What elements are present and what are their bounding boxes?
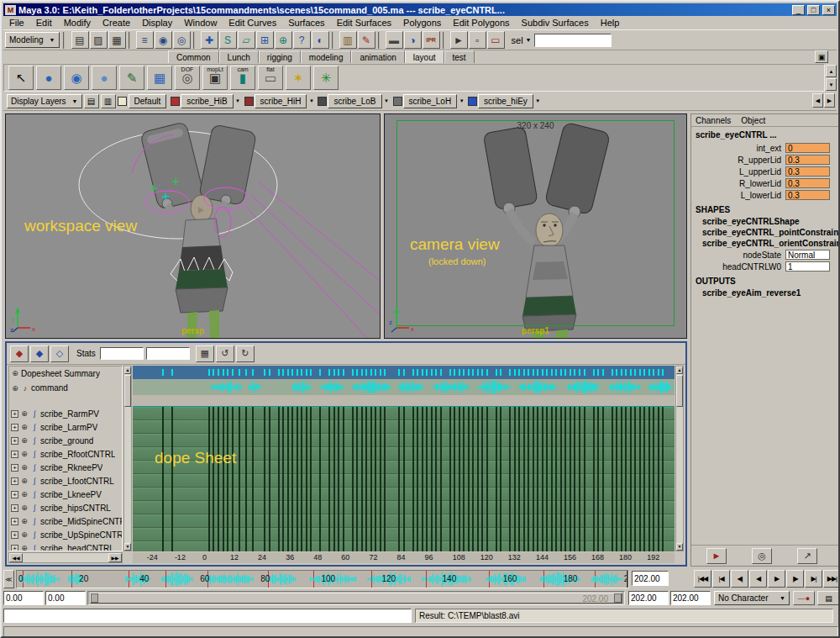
select-by-object-icon[interactable]: ◉ — [155, 31, 172, 49]
current-time-field[interactable] — [632, 571, 669, 586]
keyframe-column[interactable] — [398, 407, 400, 551]
anim-curve-icon[interactable]: ∫ — [30, 544, 39, 551]
expand-box-icon[interactable]: + — [11, 531, 18, 539]
layer-menu-arrow-icon[interactable]: ▼ — [307, 98, 315, 103]
shelf-tab-layout[interactable]: layout — [405, 50, 444, 63]
select-arrow-item[interactable]: ↖ — [8, 66, 34, 90]
step-back-frame-button[interactable]: |◀ — [712, 570, 730, 588]
layer-button-scribe-loh[interactable]: scribe_LoH — [403, 94, 458, 108]
anim-curve-icon[interactable]: ∫ — [30, 530, 39, 539]
dope-move-keys-tool-icon[interactable]: ◆ — [30, 345, 49, 362]
layer-button-scribe-hib[interactable]: scribe_HiB — [181, 94, 233, 108]
keyframe-column[interactable] — [333, 407, 335, 551]
track-command[interactable]: ⊕♪command — [9, 380, 122, 396]
keyframe-column[interactable] — [403, 407, 405, 551]
close-button[interactable]: × — [822, 5, 835, 15]
keyframe-column[interactable] — [440, 407, 442, 551]
menu-edit-polygons[interactable]: Edit Polygons — [447, 17, 515, 29]
track-scribe-upspinecntrl[interactable]: +⊕∫scribe_UpSpineCNTRL — [9, 528, 122, 541]
keyframe-column[interactable] — [338, 407, 339, 551]
menu-display[interactable]: Display — [136, 17, 178, 29]
play-forward-button[interactable]: ▶ — [768, 570, 785, 588]
keyframe-column[interactable] — [431, 407, 433, 551]
keyframe-column[interactable] — [422, 407, 423, 551]
snap-to-grid-icon[interactable]: ✚ — [201, 31, 218, 49]
step-back-key-button[interactable]: ◀| — [731, 570, 748, 588]
dope-sheet-timeline[interactable]: -24-120122436486072849610812013214415616… — [133, 552, 675, 563]
expand-box-icon[interactable]: + — [11, 504, 18, 512]
go-forward-icon[interactable]: ► — [450, 31, 468, 49]
menu-surfaces[interactable]: Surfaces — [282, 17, 330, 29]
keyframe-column[interactable] — [662, 407, 664, 551]
keyframe-column[interactable] — [245, 407, 247, 551]
keyframe-column[interactable] — [227, 407, 228, 551]
expand-icon[interactable]: ⊕ — [11, 369, 19, 377]
keyframe-column[interactable] — [218, 407, 219, 551]
scroll-down-icon[interactable]: ▼ — [676, 543, 683, 551]
scroll-down-icon[interactable]: ▼ — [124, 543, 131, 551]
keyframe-column[interactable] — [269, 407, 270, 551]
step-forward-frame-button[interactable]: ▶| — [805, 570, 822, 588]
timeline-collapse-button[interactable]: ≪ — [3, 570, 14, 588]
layer-button-scribe-hiey[interactable]: scribe_hiEy — [478, 94, 533, 108]
menu-help[interactable]: Help — [595, 17, 626, 29]
canvas-scrollbar[interactable]: ▲ ▼ — [675, 366, 684, 551]
keyframe-column[interactable] — [518, 407, 520, 551]
track-scribe-rarmpv[interactable]: +⊕∫scribe_RarmPV — [9, 407, 122, 420]
track-scribe-lfootcntrl[interactable]: +⊕∫scribe_LfootCNTRL — [9, 474, 122, 488]
keyframe-column[interactable] — [282, 407, 284, 551]
select-by-hierarchy-icon[interactable]: ≡ — [136, 31, 154, 49]
channel-attr-value[interactable]: 0.3 — [785, 178, 830, 188]
dope-scale-keys-tool-icon[interactable]: ◇ — [50, 345, 69, 362]
channel-shape-node[interactable]: scribe_eyeCNTRL_pointConstraint1 — [691, 227, 839, 238]
blue-spheres-item[interactable]: ◉ — [64, 66, 89, 90]
keyframe-column[interactable] — [602, 407, 604, 551]
expand-box-icon[interactable]: + — [11, 491, 18, 498]
expand-icon[interactable]: ⊕ — [20, 436, 29, 445]
dope-keys-area[interactable] — [133, 406, 675, 551]
channel-shape-node[interactable]: scribe_eyeCNTRL_orientConstraint1 — [691, 238, 839, 249]
menu-edit-surfaces[interactable]: Edit Surfaces — [331, 17, 397, 29]
layers-scroll-right-button[interactable]: ▶ — [824, 93, 835, 108]
keyframe-column[interactable] — [232, 407, 234, 551]
keyframe-column[interactable] — [223, 407, 224, 551]
keyframe-column[interactable] — [287, 407, 289, 551]
chart-item[interactable]: ▦ — [147, 66, 172, 90]
scrollbar-thumb[interactable] — [124, 375, 131, 407]
channel-output-node[interactable]: scribe_eyeAim_reverse1 — [691, 287, 839, 298]
layer-new-icon[interactable]: ▥ — [101, 94, 116, 108]
keyframe-column[interactable] — [213, 407, 214, 551]
display-layers-selector[interactable]: Display Layers ▼ — [7, 94, 82, 108]
expand-icon[interactable]: ⊕ — [20, 544, 29, 551]
moplt-shelf-item[interactable]: ▣mopLt — [202, 66, 228, 90]
animation-preferences-button[interactable]: ▤ — [817, 591, 840, 605]
keyframe-column[interactable] — [365, 407, 367, 551]
channel-speed-slow-icon[interactable]: ► — [706, 548, 727, 564]
dof-shelf-item[interactable]: ◎DOF — [175, 66, 200, 90]
keyframe-column[interactable] — [643, 407, 645, 551]
expand-box-icon[interactable]: + — [11, 451, 18, 458]
shelf-scroll-down-button[interactable]: ▼ — [826, 78, 837, 91]
render-globe-icon[interactable]: ◑ — [404, 31, 422, 49]
keyframe-column[interactable] — [481, 407, 483, 551]
scrollbar-thumb[interactable] — [676, 375, 683, 407]
expand-box-icon[interactable]: + — [11, 545, 18, 552]
playback-start-field[interactable] — [45, 591, 86, 605]
keyframe-column[interactable] — [435, 407, 437, 551]
expand-icon[interactable]: ⊕ — [20, 530, 29, 539]
track-scribe-lkneepv[interactable]: +⊕∫scribe_LkneePV — [9, 488, 122, 501]
keyframe-column[interactable] — [500, 407, 501, 551]
keyframe-column[interactable] — [523, 407, 525, 551]
keyframe-column[interactable] — [343, 407, 344, 551]
layer-color-chip[interactable] — [171, 97, 180, 106]
keyframe-column[interactable] — [463, 407, 465, 551]
keyframe-column[interactable] — [509, 407, 511, 551]
anim-curve-icon[interactable]: ∫ — [30, 423, 39, 431]
audio-icon[interactable]: ♪ — [21, 384, 29, 393]
keyframe-column[interactable] — [319, 407, 321, 551]
keyframe-column[interactable] — [361, 407, 363, 551]
layer-color-chip[interactable] — [318, 97, 327, 106]
step-forward-key-button[interactable]: |▶ — [786, 570, 804, 588]
menu-edit[interactable]: Edit — [30, 17, 58, 29]
keyframe-column[interactable] — [579, 407, 580, 551]
